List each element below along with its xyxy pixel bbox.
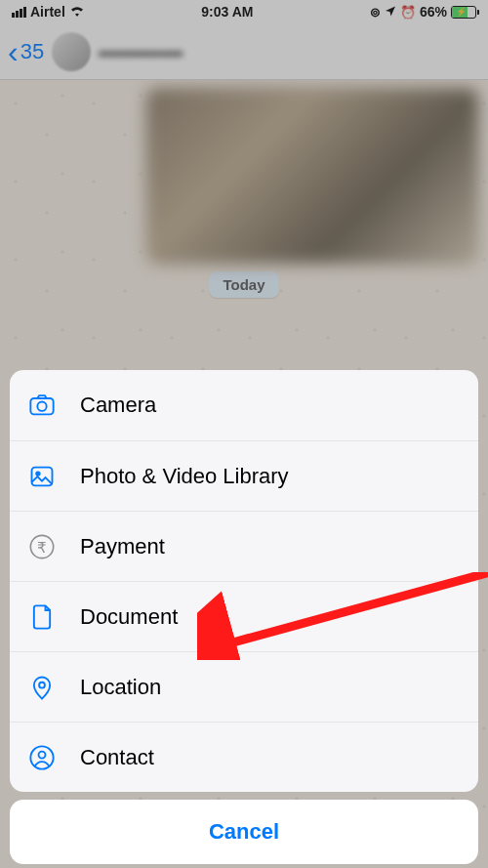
cancel-button[interactable]: Cancel	[10, 800, 478, 864]
svg-point-6	[39, 682, 45, 687]
svg-point-8	[39, 751, 46, 758]
location-pin-icon	[27, 673, 57, 702]
sheet-item-library[interactable]: Photo & Video Library	[10, 440, 478, 511]
sheet-item-contact[interactable]: Contact	[10, 722, 478, 792]
svg-text:₹: ₹	[37, 538, 47, 555]
document-icon	[27, 602, 57, 632]
rupee-icon: ₹	[27, 532, 57, 561]
camera-icon	[27, 391, 57, 420]
sheet-item-label: Camera	[80, 393, 156, 418]
sheet-item-payment[interactable]: ₹ Payment	[10, 511, 478, 581]
sheet-item-label: Payment	[80, 534, 165, 559]
sheet-options: Camera Photo & Video Library ₹ Payment D…	[10, 370, 478, 792]
svg-point-3	[36, 472, 40, 475]
sheet-item-label: Location	[80, 675, 161, 700]
svg-rect-2	[32, 467, 53, 485]
cancel-label: Cancel	[209, 819, 279, 845]
sheet-item-label: Contact	[80, 745, 154, 770]
sheet-item-location[interactable]: Location	[10, 651, 478, 722]
attachment-action-sheet: Camera Photo & Video Library ₹ Payment D…	[10, 370, 478, 864]
sheet-item-document[interactable]: Document	[10, 581, 478, 651]
svg-rect-0	[30, 398, 53, 414]
sheet-item-label: Photo & Video Library	[80, 464, 289, 489]
photo-icon	[27, 462, 57, 491]
svg-point-1	[37, 402, 46, 411]
contact-icon	[27, 743, 57, 772]
sheet-item-camera[interactable]: Camera	[10, 370, 478, 440]
sheet-item-label: Document	[80, 604, 178, 630]
